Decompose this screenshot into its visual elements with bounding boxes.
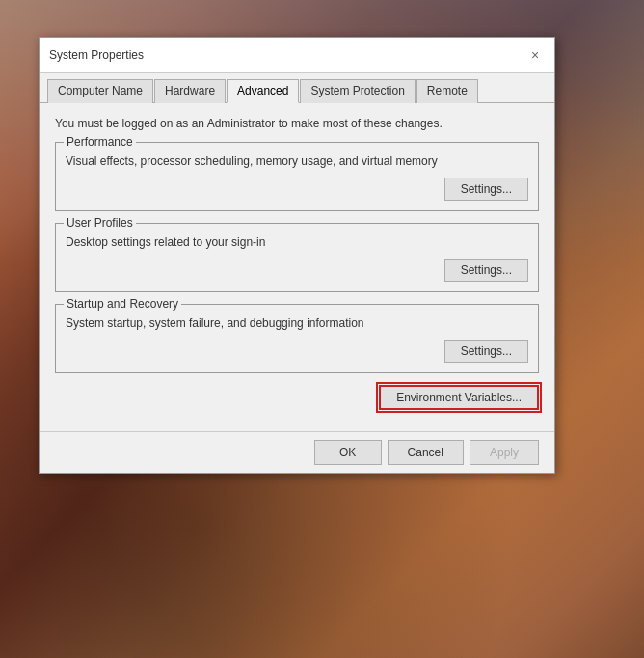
tab-hardware[interactable]: Hardware — [154, 79, 226, 103]
tabs-bar: Computer Name Hardware Advanced System P… — [40, 73, 554, 103]
tab-system-protection[interactable]: System Protection — [300, 79, 415, 103]
performance-settings-row: Settings... — [66, 178, 528, 201]
tab-remote[interactable]: Remote — [416, 79, 478, 103]
tab-advanced[interactable]: Advanced — [227, 79, 299, 103]
user-profiles-legend: User Profiles — [64, 216, 136, 230]
cancel-button[interactable]: Cancel — [388, 440, 464, 465]
close-button[interactable]: × — [525, 45, 545, 65]
dialog-title: System Properties — [49, 48, 144, 62]
performance-legend: Performance — [64, 135, 136, 149]
performance-settings-button[interactable]: Settings... — [444, 178, 528, 201]
user-profiles-settings-row: Settings... — [66, 259, 528, 282]
startup-recovery-settings-button[interactable]: Settings... — [444, 340, 528, 363]
system-properties-dialog: System Properties × Computer Name Hardwa… — [39, 37, 555, 474]
ok-button[interactable]: OK — [314, 440, 382, 465]
performance-section: Performance Visual effects, processor sc… — [55, 142, 539, 211]
dialog-titlebar: System Properties × — [40, 38, 554, 73]
startup-recovery-section: Startup and Recovery System startup, sys… — [55, 304, 539, 373]
startup-recovery-settings-row: Settings... — [66, 340, 528, 363]
dialog-body: You must be logged on as an Administrato… — [40, 103, 554, 431]
startup-recovery-description: System startup, system failure, and debu… — [66, 316, 528, 330]
environment-variables-button[interactable]: Environment Variables... — [379, 385, 539, 410]
user-profiles-description: Desktop settings related to your sign-in — [66, 235, 528, 249]
admin-notice: You must be logged on as an Administrato… — [55, 117, 539, 130]
user-profiles-section: User Profiles Desktop settings related t… — [55, 223, 539, 292]
user-profiles-settings-button[interactable]: Settings... — [444, 259, 528, 282]
env-vars-row: Environment Variables... — [55, 385, 539, 410]
tab-computer-name[interactable]: Computer Name — [47, 79, 153, 103]
dialog-footer: OK Cancel Apply — [40, 431, 554, 473]
startup-recovery-legend: Startup and Recovery — [64, 297, 181, 311]
performance-description: Visual effects, processor scheduling, me… — [66, 154, 528, 168]
apply-button[interactable]: Apply — [470, 440, 539, 465]
